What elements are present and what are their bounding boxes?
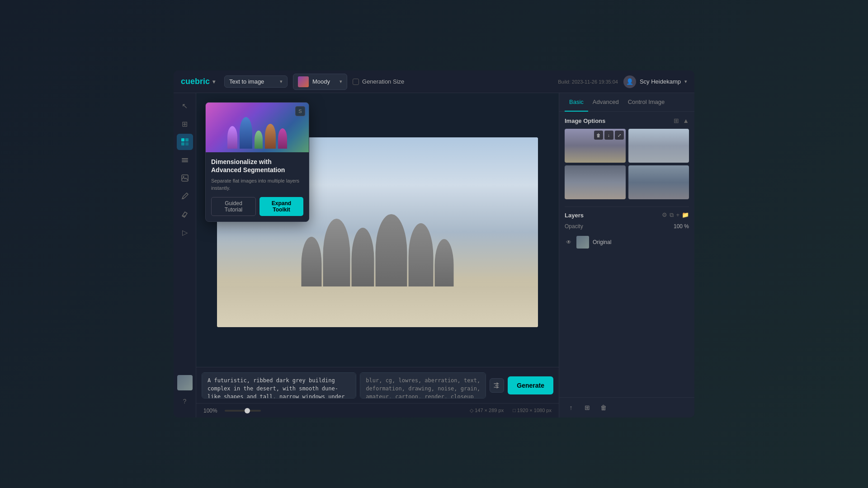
prompt-bar: A futuristic, ribbed dark grey building … — [196, 367, 559, 403]
mode-chevron-icon: ▾ — [280, 79, 283, 84]
generation-size-label: Generation Size — [362, 78, 404, 85]
image-thumb-1[interactable]: 🗑 ↓ ⤢ — [565, 129, 626, 163]
arch-form-2 — [323, 219, 350, 291]
build-info: Build: 2023-11-26 19:35:04 — [558, 79, 618, 84]
shape-2 — [240, 117, 252, 149]
app-window: cuebric ▾ Text to image ▾ Moody ▾ Genera… — [174, 70, 694, 418]
guided-tutorial-button[interactable]: Guided Tutorial — [211, 197, 256, 216]
bottom-panel-actions: ↑ ⊞ 🗑 — [559, 397, 694, 418]
arch-form-4 — [376, 214, 407, 291]
svg-rect-4 — [182, 158, 188, 159]
shape-3 — [255, 131, 263, 149]
layer-name: Original — [593, 239, 611, 245]
zoom-slider[interactable] — [225, 410, 261, 412]
preset-thumbnail — [298, 76, 309, 87]
layer-eye-icon[interactable]: 👁 — [565, 238, 573, 246]
user-avatar: 👤 — [623, 75, 636, 88]
layers-icons: ⚙ ⧉ + 📁 — [662, 211, 689, 219]
generation-size-checkbox[interactable]: Generation Size — [353, 78, 404, 85]
zoom-slider-track — [225, 410, 261, 412]
sidebar-bottom: ? — [177, 375, 193, 413]
thumb-delete-icon[interactable]: 🗑 — [594, 131, 603, 140]
layer-item-original[interactable]: 👁 Original — [565, 234, 689, 250]
arch-form-5 — [409, 223, 434, 291]
tab-control-image[interactable]: Control Image — [623, 93, 670, 112]
svg-rect-6 — [182, 161, 188, 162]
thumb-download-icon[interactable]: ↓ — [604, 131, 613, 140]
opacity-label: Opacity — [565, 223, 583, 230]
expand-toolkit-button[interactable]: Expand Toolkit — [259, 197, 303, 216]
outer-background: cuebric ▾ Text to image ▾ Moody ▾ Genera… — [0, 0, 868, 488]
export-icon[interactable]: ↑ — [565, 401, 577, 414]
arch-form-6 — [435, 239, 454, 291]
mode-selector[interactable]: Text to image ▾ — [224, 75, 288, 88]
logo[interactable]: cuebric ▾ — [181, 77, 215, 86]
thumb-expand-icon[interactable]: ⤢ — [615, 131, 624, 140]
main-content: ↖ ⊞ — [174, 93, 694, 418]
stack-icon[interactable]: ⊞ — [581, 401, 594, 414]
popup-body: Dimensionalize with Advanced Segmentatio… — [206, 152, 309, 221]
image-grid: 🗑 ↓ ⤢ — [565, 129, 689, 199]
delete-icon[interactable]: 🗑 — [597, 401, 610, 414]
status-bar: 100% ◇ 147 × 289 px □ 868 × 488 px — [196, 403, 559, 418]
arch-form-1 — [302, 237, 322, 291]
arch-form-3 — [352, 228, 374, 291]
section-icons: ⊞ — [674, 117, 679, 124]
opacity-row: Opacity 100 % — [565, 223, 689, 230]
svg-rect-2 — [181, 142, 184, 145]
zoom-slider-thumb — [245, 408, 250, 413]
sidebar-icon-pen[interactable] — [177, 188, 193, 204]
layers-settings-icon[interactable]: ⚙ — [662, 211, 667, 219]
layers-add-icon[interactable]: + — [676, 211, 679, 219]
preset-label: Moody — [312, 78, 336, 85]
image-thumb-4[interactable] — [628, 165, 689, 199]
svg-rect-3 — [185, 142, 189, 145]
sidebar-icon-eraser[interactable] — [177, 206, 193, 222]
sidebar-icon-help[interactable]: ? — [177, 393, 193, 409]
image-thumb-2[interactable] — [628, 129, 689, 163]
grid-icon[interactable]: ⊞ — [674, 117, 679, 124]
popup-title: Dimensionalize with Advanced Segmentatio… — [211, 158, 303, 174]
shape-4 — [265, 124, 276, 149]
image-options-title: Image Options — [565, 117, 605, 124]
sidebar-icon-layers[interactable] — [177, 152, 193, 168]
sidebar-icon-grid[interactable]: ⊞ — [177, 116, 193, 132]
image-thumb-3[interactable] — [565, 165, 626, 199]
panel-content: Image Options ⊞ ▲ 🗑 ↓ — [559, 112, 694, 397]
image-options-header: Image Options ⊞ ▲ — [565, 117, 689, 124]
preset-selector[interactable]: Moody ▾ — [293, 74, 347, 90]
layers-title: Layers — [565, 212, 584, 219]
popup-image: S — [206, 103, 309, 152]
canvas-main[interactable]: S Dimensionalize with Advanced Segmentat… — [196, 93, 559, 367]
popup-description: Separate flat images into multiple layer… — [211, 178, 303, 192]
logo-chevron-icon: ▾ — [212, 79, 215, 85]
preset-chevron-icon: ▾ — [340, 79, 342, 84]
user-section[interactable]: 👤 Scy Heidekamp ▾ — [623, 75, 687, 88]
popup-s-badge: S — [295, 106, 305, 116]
sidebar-icon-segment[interactable] — [177, 134, 193, 150]
panel-tabs: Basic Advanced Control Image — [559, 93, 694, 112]
opacity-value: 100 % — [674, 223, 689, 230]
shape-1 — [227, 126, 237, 149]
negative-prompt-input[interactable]: blur, cg, lowres, aberration, text, defo… — [360, 372, 486, 399]
thumb-overlay-1: 🗑 ↓ ⤢ — [594, 131, 624, 140]
popup-buttons: Guided Tutorial Expand Toolkit — [211, 197, 303, 216]
sidebar-icon-play[interactable]: ▷ — [177, 224, 193, 240]
left-sidebar: ↖ ⊞ — [174, 93, 196, 418]
layers-folder-icon[interactable]: 📁 — [682, 211, 689, 219]
layers-copy-icon[interactable]: ⧉ — [670, 211, 674, 219]
tab-advanced[interactable]: Advanced — [588, 93, 623, 112]
status-coords: ◇ 147 × 289 px □ 868 × 488 px — [470, 408, 552, 413]
generate-button[interactable]: Generate — [508, 376, 553, 394]
feature-popup: S Dimensionalize with Advanced Segmentat… — [205, 102, 309, 222]
sidebar-thumbnail[interactable] — [177, 375, 193, 390]
sidebar-icon-images[interactable] — [177, 170, 193, 186]
tab-basic[interactable]: Basic — [565, 93, 588, 112]
svg-rect-0 — [181, 138, 184, 141]
top-bar: cuebric ▾ Text to image ▾ Moody ▾ Genera… — [174, 70, 694, 93]
canvas-area: S Dimensionalize with Advanced Segmentat… — [196, 93, 559, 418]
collapse-icon[interactable]: ▲ — [683, 117, 689, 124]
sidebar-icon-cursor[interactable]: ↖ — [177, 98, 193, 114]
positive-prompt-input[interactable]: A futuristic, ribbed dark grey building … — [202, 372, 356, 399]
shuffle-button[interactable] — [490, 378, 504, 393]
